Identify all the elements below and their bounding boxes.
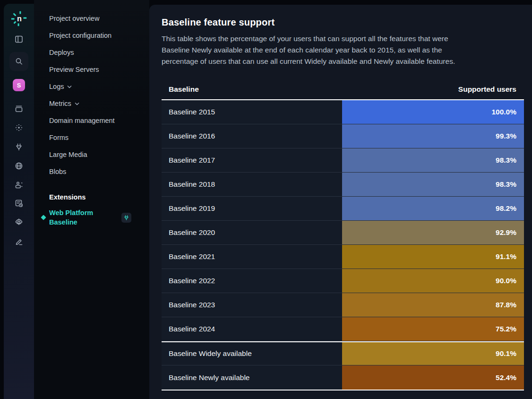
sidebar-item-logs[interactable]: Logs (34, 78, 149, 95)
table-row: Baseline 202475.2% (162, 317, 524, 341)
table-body: Baseline 2015100.0%Baseline 201699.3%Bas… (162, 100, 524, 390)
supported-users-bar: 99.3% (342, 124, 524, 148)
supported-users-value: 98.3% (496, 180, 516, 189)
supported-users-value: 87.8% (496, 301, 516, 309)
svg-text:n: n (17, 14, 22, 23)
supported-users-bar: 75.2% (342, 317, 524, 341)
plug-icon (14, 142, 24, 152)
log-button[interactable] (9, 194, 28, 213)
table-row: Baseline 2015100.0% (162, 100, 524, 124)
chevron-down-icon (75, 102, 79, 106)
supported-users-value: 100.0% (491, 108, 516, 116)
table-header: Baseline Supported users (162, 79, 524, 100)
sidebar-toggle-button[interactable] (9, 30, 28, 49)
sidebar-item-blobs[interactable]: Blobs (34, 163, 149, 180)
sidebar-item-project-configuration[interactable]: Project configuration (34, 27, 149, 44)
sidebar-item-label: Project overview (49, 15, 99, 22)
icon-rail: n S (4, 4, 34, 399)
page-description: This table shows the percentage of your … (162, 33, 472, 67)
row-label: Baseline 2023 (162, 293, 342, 317)
sidebar-item-label: Logs (49, 83, 64, 90)
supported-users-value: 98.2% (496, 204, 516, 213)
log-clock-icon (14, 199, 24, 208)
extensions-button[interactable] (9, 138, 28, 156)
row-label: Baseline 2024 (162, 317, 342, 341)
supported-users-value: 92.9% (496, 228, 516, 237)
extensions-heading: Extensions (34, 189, 149, 206)
row-label: Baseline 2020 (162, 221, 342, 245)
sidebar-item-forms[interactable]: Forms (34, 129, 149, 146)
table-row: Baseline 201898.3% (162, 173, 524, 197)
sidebar-item-preview-servers[interactable]: Preview Servers (34, 61, 149, 78)
sidebar-item-label: Project configuration (49, 32, 112, 39)
domains-button[interactable] (9, 156, 28, 175)
plug-icon (123, 215, 129, 221)
row-label: Baseline 2015 (162, 100, 342, 124)
audience-button[interactable] (9, 175, 28, 194)
row-label: Baseline Newly available (162, 365, 342, 390)
table-row: Baseline 202387.8% (162, 293, 524, 317)
supported-users-bar: 90.1% (342, 342, 524, 365)
sidebar-item-label: Deploys (49, 49, 74, 56)
supported-users-value: 99.3% (496, 132, 516, 140)
sparkle-button[interactable] (9, 118, 28, 137)
sidebar-item-label: Forms (49, 134, 69, 141)
supported-users-bar: 98.3% (342, 148, 524, 173)
sidebar-item-large-media[interactable]: Large Media (34, 146, 149, 163)
row-label: Baseline 2021 (162, 245, 342, 269)
baseline-table: Baseline Supported users Baseline 201510… (162, 79, 524, 390)
edit-button[interactable] (9, 232, 28, 251)
table-row: Baseline 201998.2% (162, 197, 524, 221)
table-row: Baseline 202092.9% (162, 221, 524, 245)
column-header-baseline: Baseline (162, 85, 199, 94)
sidebar-item-label: Large Media (49, 151, 87, 158)
column-header-supported-users: Supported users (458, 85, 524, 94)
supported-users-bar: 87.8% (342, 293, 524, 317)
page-title: Baseline feature support (162, 17, 524, 28)
sidebar-item-project-overview[interactable]: Project overview (34, 10, 149, 27)
supported-users-bar: 92.9% (342, 221, 524, 245)
sidebar-item-web-platform-baseline[interactable]: Web Platform Baseline (34, 208, 149, 227)
settings-button[interactable] (9, 213, 28, 232)
chevron-down-icon (67, 85, 72, 89)
sidebar-item-deploys[interactable]: Deploys (34, 44, 149, 61)
sidebar-item-label: Domain management (49, 117, 115, 124)
netlify-logo[interactable]: n (9, 9, 28, 28)
main-panel: Baseline feature support This table show… (149, 5, 532, 399)
sparkle-icon (14, 123, 24, 132)
edit-pencil-icon (14, 237, 24, 246)
supported-users-value: 75.2% (496, 325, 516, 333)
sidebar-item-metrics[interactable]: Metrics (34, 95, 149, 112)
sidebar-item-label: Blobs (49, 168, 66, 175)
supported-users-bar: 98.2% (342, 197, 524, 221)
archive-button[interactable] (9, 99, 28, 118)
search-icon (14, 57, 24, 66)
row-label: Baseline 2019 (162, 197, 342, 221)
supported-users-value: 90.0% (496, 277, 516, 285)
supported-users-bar: 91.1% (342, 245, 524, 269)
supported-users-value: 52.4% (496, 373, 516, 382)
sidebar-item-label: Preview Servers (49, 66, 99, 73)
diamond-bullet-icon (41, 215, 46, 220)
row-label: Baseline 2017 (162, 148, 342, 173)
search-button[interactable] (9, 52, 28, 71)
sidebar-item-label: Metrics (49, 100, 71, 107)
supported-users-value: 90.1% (496, 349, 516, 358)
supported-users-bar: 98.3% (342, 173, 524, 197)
table-row: Baseline Widely available90.1% (162, 341, 524, 365)
row-label: Baseline Widely available (162, 342, 342, 365)
supported-users-bar: 52.4% (342, 365, 524, 390)
netlify-logo-icon: n (10, 9, 28, 27)
sidebar-item-domain-management[interactable]: Domain management (34, 112, 149, 129)
extension-plug-badge (121, 213, 131, 223)
row-label: Baseline 2016 (162, 124, 342, 148)
sidebar-toggle-icon (14, 35, 24, 44)
supported-users-value: 98.3% (496, 156, 516, 165)
table-row: Baseline 202290.0% (162, 269, 524, 293)
avatar[interactable]: S (13, 79, 25, 91)
row-label: Baseline 2022 (162, 269, 342, 293)
table-row: Baseline 202191.1% (162, 245, 524, 269)
archive-icon (14, 104, 24, 113)
supported-users-value: 91.1% (496, 252, 516, 261)
settings-gear-icon (14, 217, 24, 227)
